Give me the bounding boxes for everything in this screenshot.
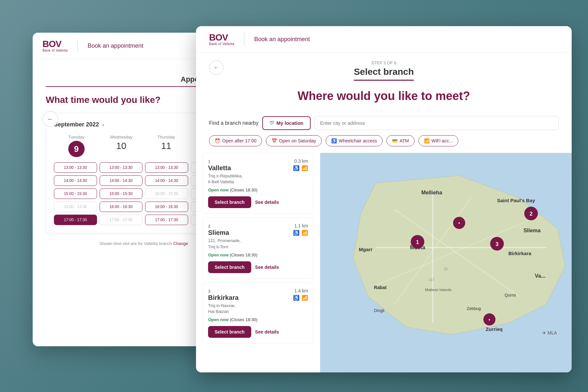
header-divider [77,39,78,52]
front-step-label: STEP 3 OF 6 [223,60,544,65]
branch-num-1: 1 [208,159,210,164]
see-details-link-1[interactable]: See details [255,200,279,205]
select-branch-btn-3[interactable]: Select branch [208,326,251,338]
bov-logo: BOV Bank of Valletta [42,40,68,52]
main-area: 1 Valletta 0.3 km ♿ 📶 Triq ir-Repubblika… [196,153,572,372]
filter-wheelchair[interactable]: ♿ Wheelchair access [326,135,383,146]
atm-icon: 💳 [392,138,398,143]
map-pin-1: 1 [411,235,424,249]
back-header-title: Book an appointment [88,42,143,49]
time-slot[interactable]: 14:00 - 14:30 [145,175,188,186]
day-label-tue: Tuesday [54,135,99,139]
open-status-3: Open now [208,317,229,322]
branch-num-2: 2 [208,224,210,229]
logo-subtext: Bank of Valletta [42,49,68,52]
svg-text:1: 1 [416,239,419,245]
filter-atm[interactable]: 💳 ATM [386,135,415,146]
branch-list: 1 Valletta 0.3 km ♿ 📶 Triq ir-Repubblika… [196,153,320,372]
clock-icon: ⏰ [215,138,220,143]
front-back-button[interactable]: ← [209,60,223,75]
time-slot[interactable]: 15:00 - 15:30 [54,188,97,199]
svg-text:21: 21 [444,267,448,271]
branch-card-sliema: 2 Sliema 1.1 km ♿ 📶 121, Promenade,Triq … [203,218,314,278]
time-slot[interactable]: 15:00 - 15:30 [100,188,143,199]
wheelchair-icon-1: ♿ [293,165,300,171]
calendar-icon: 📅 [271,138,277,143]
time-slot-disabled: 13:00 - 13:30 [54,202,97,212]
svg-text:•: • [489,317,490,322]
svg-text:Va...: Va... [535,273,545,279]
front-step-name: Select branch [354,67,414,81]
wheelchair-icon-3: ♿ [293,295,300,301]
branch-status-3: Open now (Closes 18:30) [208,317,308,322]
logo-text: BOV [42,40,61,49]
svg-text:Zurrieq: Zurrieq [486,326,503,332]
front-logo-text: BOV [209,33,228,42]
branch-icons-3: ♿ 📶 [293,295,308,301]
month-next-icon[interactable]: › [102,122,104,128]
filter-open-saturday-label: Open on Saturday [279,138,316,143]
day-label-thu: Thursday [144,135,189,139]
time-slot[interactable]: 13:00 - 13:30 [145,162,188,173]
branch-address-1: Triq ir-Repubblika,Il-Belt Valletta [208,173,308,185]
time-slot[interactable]: 14:00 - 14:30 [100,175,143,186]
branch-distance-2: 1.1 km [293,223,308,228]
select-branch-btn-2[interactable]: Select branch [208,261,251,273]
open-status-2: Open now [208,253,229,257]
see-details-link-3[interactable]: See details [255,329,279,335]
svg-text:Mgarr: Mgarr [359,247,373,252]
branch-distance-1: 0.3 km [293,158,308,164]
svg-text:Mellieha: Mellieha [421,189,443,195]
day-9[interactable]: 9 [68,141,85,157]
branch-actions-3: Select branch See details [208,326,308,338]
time-slot[interactable]: 13:00 - 13:30 [54,162,97,173]
map[interactable]: Mellieha Saint Paul's Bay Mgarr Mosta Sl… [320,153,572,372]
branch-header-2: 2 Sliema 1.1 km ♿ 📶 [208,223,308,237]
svg-text:2: 2 [530,211,532,217]
svg-text:Zebbug: Zebbug [467,306,481,311]
location-icon: ♡ [270,120,274,126]
wifi-icon-1: 📶 [302,165,308,171]
change-link[interactable]: Change [173,241,188,246]
day-10[interactable]: 10 [99,141,144,151]
address-input[interactable] [315,116,559,130]
front-question-area: Where would you like to meet? [196,86,572,116]
branch-note-text: Shown time slot are for Valletta branch [99,241,172,246]
select-branch-btn-1[interactable]: Select branch [208,196,251,208]
branch-right-1: 0.3 km ♿ 📶 [293,158,308,171]
step-center: STEP 3 OF 6 Select branch [223,60,544,86]
svg-text:Rabat: Rabat [374,285,387,290]
front-header-title: Book an appointment [254,36,310,43]
svg-text:117: 117 [429,278,435,282]
time-slot-disabled: 15:00 - 15:30 [145,188,188,199]
close-time-2: (Closes 18:30) [230,253,257,257]
wheelchair-icon: ♿ [331,138,337,143]
svg-text:✈ MLA: ✈ MLA [542,330,557,335]
step-area: ← STEP 3 OF 6 Select branch [196,53,572,86]
branch-icons-1: ♿ 📶 [293,165,308,171]
see-details-link-2[interactable]: See details [255,265,279,270]
branch-left-2: 2 Sliema [208,223,229,237]
day-11[interactable]: 11 [144,141,189,151]
branch-left-3: 3 Birkirkara [208,288,238,302]
filter-open-saturday[interactable]: 📅 Open on Saturday [266,135,322,146]
branch-address-3: Triq in-Naxxar,Hal Balzan [208,303,308,315]
my-location-button[interactable]: ♡ My location [262,116,311,130]
branch-address-2: 121, Promenade,Triq it-Torri [208,238,308,250]
time-slot[interactable]: 16:00 - 16:30 [145,202,188,212]
filter-wifi[interactable]: 📶 WiFi acc... [418,135,458,146]
time-slot-selected[interactable]: 17:00 - 17:30 [54,215,97,225]
time-slot[interactable]: 16:00 - 16:30 [100,202,143,212]
month-label: September 2022 [54,121,99,128]
back-button[interactable]: ← [42,111,58,127]
branch-header-3: 3 Birkirkara 1.4 km ♿ 📶 [208,288,308,302]
branch-num-3: 3 [208,289,210,294]
time-slot[interactable]: 14:00 - 14:30 [54,175,97,186]
time-slot[interactable]: 17:00 - 17:30 [145,215,188,225]
front-logo-subtext: Bank of Valletta [209,42,234,46]
filter-wheelchair-label: Wheelchair access [339,138,377,143]
my-location-label: My location [276,120,303,126]
time-slot[interactable]: 13:00 - 13:30 [100,162,143,173]
filter-open-after[interactable]: ⏰ Open after 17:00 [209,135,262,146]
svg-text:Dingli: Dingli [374,308,384,313]
